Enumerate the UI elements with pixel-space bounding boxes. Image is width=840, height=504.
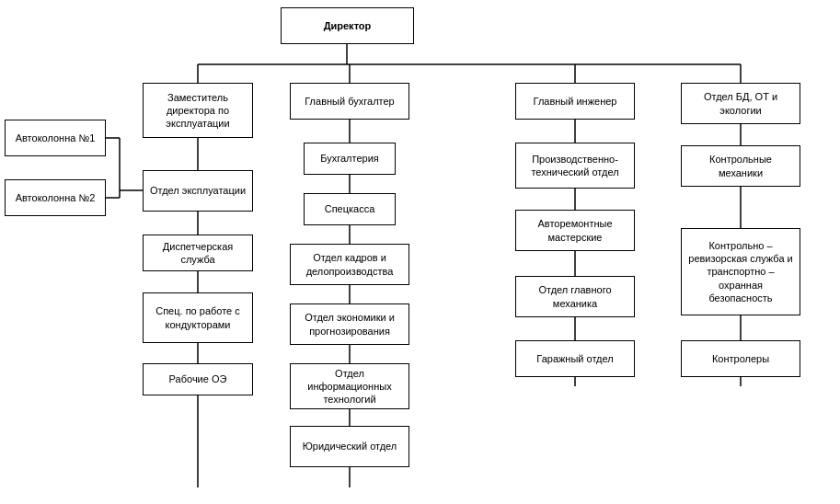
box-label-glav_buh: Главный бухгалтер [305,95,394,108]
box-kontrol_reviz: Контрольно – ревизорская служба и трансп… [681,228,800,315]
box-label-otdel_eksp: Отдел эксплуатации [150,184,246,197]
box-prot_otdel: Производственно-технический отдел [515,143,635,189]
box-buhgalteriya: Бухгалтерия [304,143,396,175]
box-label-kontrolery: Контролеры [712,352,769,365]
box-kontrol_meh: Контрольные механики [681,145,800,187]
box-rabochie: Рабочие ОЭ [143,363,253,395]
box-label-yurid: Юридический отдел [303,440,397,452]
box-label-otdel_it: Отдел информационных технологий [296,367,403,407]
box-label-spec_konduk: Спец. по работе с кондукторами [149,304,247,331]
box-label-dispetcher: Диспетчерская служба [149,240,247,267]
box-label-otdel_gl_meh: Отдел главного механика [522,283,628,310]
box-otdel_it: Отдел информационных технологий [290,363,409,409]
box-avtokolonna1: Автоколонна №1 [5,120,106,156]
box-label-kontrol_meh: Контрольные механики [687,153,794,179]
box-spec_konduk: Спец. по работе с кондукторами [143,292,253,343]
box-zam_dir: Заместитель директора по эксплуатации [143,83,253,138]
box-label-otdel_kadrov: Отдел кадров и делопроизводства [296,251,403,278]
box-yurid: Юридический отдел [290,426,409,467]
box-speckassa: Спецкасса [304,193,396,225]
box-label-avtorement: Авторемонтные мастерские [522,217,628,244]
box-label-otdel_ekon: Отдел экономики и прогнозирования [296,311,403,338]
box-otdel_eksp: Отдел эксплуатации [143,170,253,212]
box-otdel_bd: Отдел БД, ОТ и экологии [681,83,800,124]
box-otdel_kadrov: Отдел кадров и делопроизводства [290,244,409,285]
box-otdel_gl_meh: Отдел главного механика [515,276,635,317]
box-label-zam_dir: Заместитель директора по эксплуатации [149,91,247,131]
box-label-glav_ing: Главный инженер [534,95,617,108]
box-label-director: Директор [324,19,372,32]
box-label-otdel_bd: Отдел БД, ОТ и экологии [687,90,794,117]
box-label-buhgalteriya: Бухгалтерия [320,152,379,165]
box-avtorement: Авторемонтные мастерские [515,210,635,251]
box-dispetcher: Диспетчерская служба [143,235,253,271]
box-director: Директор [281,7,414,44]
box-avtokolonna2: Автоколонна №2 [5,179,106,216]
box-label-avtokolonna2: Автоколонна №2 [16,191,96,204]
box-label-rabochie: Рабочие ОЭ [169,372,227,385]
box-label-avtokolonna1: Автоколонна №1 [16,132,96,144]
box-otdel_ekon: Отдел экономики и прогнозирования [290,304,409,345]
box-glav_ing: Главный инженер [515,83,635,120]
box-label-kontrol_reviz: Контрольно – ревизорская служба и трансп… [687,239,794,304]
box-label-speckassa: Спецкасса [325,202,375,215]
box-glav_buh: Главный бухгалтер [290,83,409,120]
box-kontrolery: Контролеры [681,340,800,377]
box-garazh: Гаражный отдел [515,340,635,377]
box-label-prot_otdel: Производственно-технический отдел [522,153,628,179]
box-label-garazh: Гаражный отдел [536,352,613,365]
org-chart: ДиректорАвтоколонна №1Автоколонна №2Заме… [0,0,840,504]
